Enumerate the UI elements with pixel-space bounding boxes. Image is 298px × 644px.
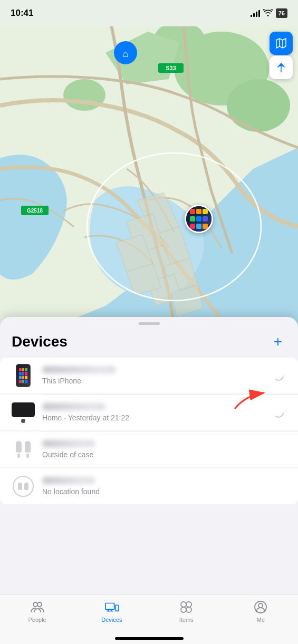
svg-point-16 <box>274 371 283 380</box>
status-bar: 10:41 76 <box>0 0 298 26</box>
device-name-blur <box>42 477 95 484</box>
svg-text:S33: S33 <box>166 65 176 71</box>
me-icon <box>253 600 268 614</box>
device-status-airpods: Outside of case <box>42 450 93 459</box>
svg-point-26 <box>181 607 186 612</box>
tab-bar: People Devices Items <box>0 594 298 644</box>
device-info-airpods-case: No location found <box>42 477 271 496</box>
plus-icon: + <box>274 334 282 349</box>
svg-point-24 <box>181 602 186 607</box>
status-time: 10:41 <box>11 8 33 18</box>
svg-point-17 <box>274 408 283 417</box>
svg-text:G2518: G2518 <box>27 208 43 214</box>
map-area: S33 G2518 高德地图 Y... ⌂ <box>0 0 298 348</box>
status-icons: 76 <box>251 8 287 18</box>
svg-point-19 <box>33 602 37 607</box>
svg-rect-21 <box>105 603 114 610</box>
device-status-iphone: This iPhone <box>42 377 81 385</box>
device-item[interactable]: Outside of case <box>0 431 298 467</box>
device-info-iphone: This iPhone <box>42 366 271 386</box>
tab-items-label: Items <box>179 617 194 623</box>
signal-icon <box>251 9 260 17</box>
items-icon <box>179 600 194 614</box>
tab-me[interactable]: Me <box>224 599 298 623</box>
tab-me-label: Me <box>257 617 265 623</box>
map-controls <box>270 32 293 79</box>
device-name-blur <box>42 403 105 410</box>
device-action-iphone[interactable] <box>271 368 286 383</box>
svg-point-4 <box>227 79 290 132</box>
device-info-airpods: Outside of case <box>42 440 271 459</box>
panel-header: Devices + <box>0 325 298 355</box>
device-map-pin[interactable] <box>185 205 213 233</box>
device-item[interactable]: No location found <box>0 468 298 504</box>
home-indicator <box>115 637 184 640</box>
device-status-appletv: Home · Yesterday at 21:22 <box>42 414 129 422</box>
tab-people[interactable]: People <box>0 599 74 623</box>
device-name-blur <box>42 366 116 373</box>
tab-items[interactable]: Items <box>149 599 224 623</box>
device-status-airpods-case: No location found <box>42 487 100 496</box>
wifi-icon <box>263 9 273 18</box>
devices-icon <box>104 600 119 614</box>
svg-text:⌂: ⌂ <box>123 49 129 59</box>
map-view-button[interactable] <box>270 32 293 55</box>
device-icon-iphone <box>12 364 35 387</box>
device-action-appletv[interactable] <box>271 405 286 420</box>
tab-devices[interactable]: Devices <box>74 599 149 623</box>
battery-icon: 76 <box>276 8 287 18</box>
device-icon-airpods <box>12 438 35 461</box>
device-icon-appletv <box>12 401 35 424</box>
tab-people-label: People <box>28 617 46 623</box>
svg-point-27 <box>186 607 191 612</box>
device-list: This iPhone Home · Yesterday at 21:22 <box>0 358 298 504</box>
device-name-blur <box>42 440 95 447</box>
svg-point-20 <box>37 602 42 607</box>
red-arrow-annotation <box>229 385 272 414</box>
location-button[interactable] <box>270 56 293 79</box>
tab-devices-label: Devices <box>101 617 122 623</box>
add-device-button[interactable]: + <box>270 333 286 350</box>
people-icon <box>30 600 45 614</box>
svg-point-29 <box>258 603 263 608</box>
svg-point-25 <box>186 602 191 607</box>
device-icon-airpods-case <box>12 475 35 498</box>
panel-title: Devices <box>12 333 68 350</box>
